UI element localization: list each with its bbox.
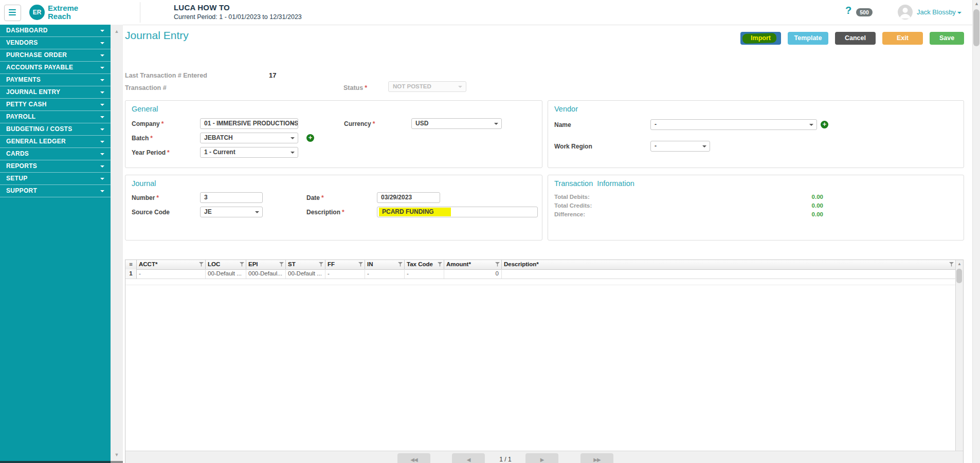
user-menu[interactable]: Jack Blossby bbox=[917, 8, 956, 16]
scroll-down-icon[interactable]: ▼ bbox=[111, 452, 123, 457]
sidebar-item-payments[interactable]: PAYMENTS bbox=[0, 74, 111, 86]
scrollbar-thumb[interactable] bbox=[956, 269, 962, 283]
transaction-info-section: Transaction Information Total Debits: 0.… bbox=[548, 175, 964, 240]
menu-button[interactable] bbox=[4, 5, 21, 21]
avatar[interactable] bbox=[898, 5, 913, 20]
sidebar-item-label: REPORTS bbox=[6, 162, 37, 170]
filter-icon[interactable] bbox=[279, 262, 284, 267]
in-cell[interactable]: - bbox=[365, 269, 405, 279]
sidebar-item-purchase-order[interactable]: PURCHASE ORDER bbox=[0, 49, 111, 62]
year-period-dropdown[interactable]: 1 - Current bbox=[200, 147, 298, 158]
sidebar-item-setup[interactable]: SETUP bbox=[0, 173, 111, 185]
sidebar-item-general-ledger[interactable]: GENERAL LEDGER bbox=[0, 136, 111, 148]
number-input[interactable]: 3 bbox=[200, 192, 263, 203]
notification-badge[interactable]: 500 bbox=[856, 8, 873, 16]
loc-cell[interactable]: 00-Default ... bbox=[206, 269, 246, 279]
general-section-title: General bbox=[132, 105, 158, 113]
column-header-st[interactable]: ST bbox=[286, 260, 325, 269]
person-icon bbox=[898, 5, 913, 20]
vendor-name-value: - bbox=[655, 121, 657, 128]
sidebar-item-support[interactable]: SUPPORT bbox=[0, 185, 111, 197]
filter-icon[interactable] bbox=[319, 262, 323, 267]
grid-scrollbar[interactable]: ▲ bbox=[955, 260, 963, 451]
status-dropdown[interactable]: NOT POSTED bbox=[388, 81, 466, 92]
row-number-cell[interactable]: 1 bbox=[125, 269, 137, 279]
scroll-up-icon[interactable]: ▲ bbox=[973, 1, 980, 6]
vendor-name-dropdown[interactable]: - bbox=[650, 119, 817, 130]
date-input[interactable]: 03/29/2023 bbox=[377, 192, 440, 203]
sidebar-bottom-edge bbox=[0, 461, 111, 463]
previous-page-button[interactable]: ◀ bbox=[452, 453, 485, 463]
scroll-up-icon[interactable]: ▲ bbox=[956, 262, 963, 266]
filter-icon[interactable] bbox=[358, 262, 363, 267]
column-header-ff[interactable]: FF bbox=[325, 260, 365, 269]
source-code-label: Source Code bbox=[132, 209, 170, 216]
sidebar-item-petty-cash[interactable]: PETTY CASH bbox=[0, 99, 111, 111]
save-button[interactable]: Save bbox=[930, 32, 964, 45]
currency-dropdown[interactable]: USD bbox=[411, 118, 502, 129]
epi-cell[interactable]: 000-Defaul... bbox=[246, 269, 286, 279]
filter-icon[interactable] bbox=[240, 262, 244, 267]
sidebar-item-accounts-payable[interactable]: ACCOUNTS PAYABLE bbox=[0, 62, 111, 74]
scroll-up-icon[interactable]: ▲ bbox=[111, 29, 123, 34]
last-page-button[interactable]: ▶▶ bbox=[580, 453, 613, 463]
help-icon[interactable]: ? bbox=[845, 5, 851, 16]
work-region-dropdown[interactable]: - bbox=[650, 141, 710, 152]
exit-button[interactable]: Exit bbox=[882, 32, 923, 45]
next-page-button[interactable]: ▶ bbox=[525, 453, 558, 463]
source-code-dropdown[interactable]: JE bbox=[200, 207, 263, 217]
grid-menu-cell[interactable]: ≡ bbox=[125, 260, 137, 269]
ff-cell[interactable]: - bbox=[325, 269, 365, 279]
column-header-in[interactable]: IN bbox=[365, 260, 405, 269]
amount-cell[interactable]: 0 bbox=[444, 269, 502, 279]
company-label: Company* bbox=[132, 120, 164, 127]
company-value: 01 - IMMERSIVE PRODUCTIONS bbox=[204, 120, 298, 127]
journal-section: Journal Number* 3 Source Code JE Date* 0… bbox=[125, 175, 542, 240]
first-page-button[interactable]: ◀◀ bbox=[397, 453, 430, 463]
transaction-number-label: Transaction # bbox=[125, 84, 167, 91]
work-region-label: Work Region bbox=[554, 143, 592, 150]
st-cell[interactable]: 00-Default ... bbox=[286, 269, 325, 279]
filter-icon[interactable] bbox=[438, 262, 442, 267]
page-scrollbar[interactable]: ▲ bbox=[972, 0, 980, 463]
template-button[interactable]: Template bbox=[788, 32, 828, 45]
column-header-loc[interactable]: LOC bbox=[206, 260, 246, 269]
tax-code-cell[interactable]: - bbox=[405, 269, 444, 279]
add-batch-button[interactable]: + bbox=[306, 134, 314, 142]
column-header-amount[interactable]: Amount* bbox=[444, 260, 502, 269]
filter-icon[interactable] bbox=[949, 262, 954, 267]
sidebar-item-journal-entry[interactable]: JOURNAL ENTRY bbox=[0, 86, 111, 99]
chevron-down-icon[interactable] bbox=[957, 12, 961, 14]
sidebar-item-vendors[interactable]: VENDORS bbox=[0, 37, 111, 49]
sidebar-item-budgeting-costs[interactable]: BUDGETING / COSTS bbox=[0, 123, 111, 136]
sidebar-item-reports[interactable]: REPORTS bbox=[0, 160, 111, 173]
highlighted-description-value: PCARD FUNDING bbox=[379, 208, 451, 216]
scrollbar-thumb[interactable] bbox=[973, 9, 979, 46]
column-header-epi[interactable]: EPI bbox=[246, 260, 286, 269]
content-scrollbar-left[interactable]: ▲ ▼ bbox=[111, 25, 123, 461]
chevron-down-icon bbox=[100, 30, 104, 32]
difference-label: Difference: bbox=[554, 211, 585, 217]
add-vendor-button[interactable]: + bbox=[821, 121, 828, 128]
filter-icon[interactable] bbox=[495, 262, 500, 267]
total-debits-label: Total Debits: bbox=[554, 194, 590, 200]
filter-icon[interactable] bbox=[199, 262, 204, 267]
sidebar-item-payroll[interactable]: PAYROLL bbox=[0, 111, 111, 123]
import-button[interactable]: Import bbox=[740, 32, 781, 45]
chevron-down-icon bbox=[458, 86, 462, 88]
column-header-description[interactable]: Description* bbox=[502, 260, 955, 269]
company-dropdown[interactable]: 01 - IMMERSIVE PRODUCTIONS bbox=[200, 118, 298, 129]
batch-dropdown[interactable]: JEBATCH bbox=[200, 133, 298, 143]
column-header-tax-code[interactable]: Tax Code bbox=[405, 260, 444, 269]
filter-icon[interactable] bbox=[398, 262, 403, 267]
chevron-down-icon bbox=[809, 124, 813, 126]
cancel-button[interactable]: Cancel bbox=[835, 32, 876, 45]
description-input[interactable]: PCARD FUNDING bbox=[377, 207, 538, 217]
chevron-down-icon bbox=[100, 42, 104, 44]
sidebar-item-cards[interactable]: CARDS bbox=[0, 148, 111, 160]
required-marker: * bbox=[373, 120, 375, 127]
column-header-acct[interactable]: ACCT* bbox=[137, 260, 206, 269]
sidebar-item-dashboard[interactable]: DASHBOARD bbox=[0, 25, 111, 37]
acct-cell[interactable]: - bbox=[137, 269, 206, 279]
description-cell[interactable] bbox=[502, 269, 955, 279]
